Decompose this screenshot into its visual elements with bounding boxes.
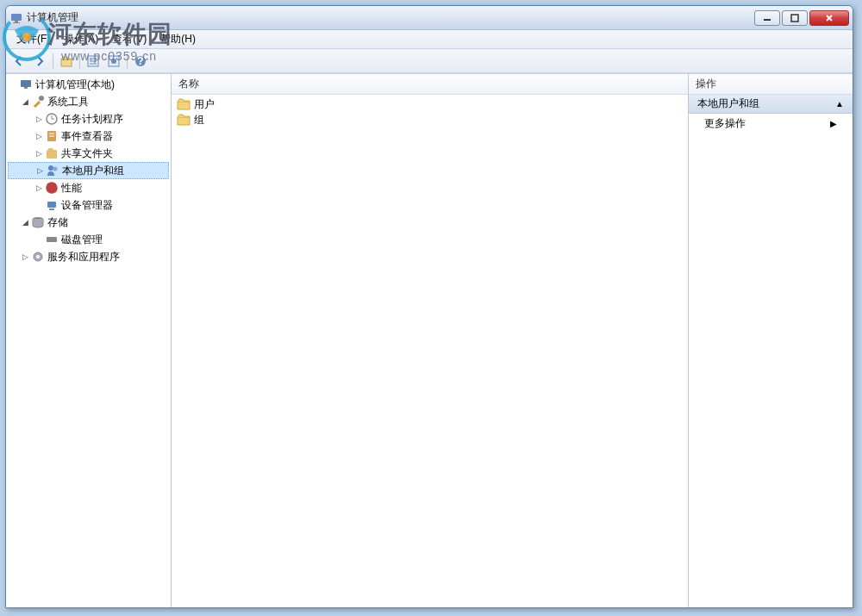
list-item-label: 组 (194, 113, 204, 128)
tree-label: 事件查看器 (61, 129, 113, 144)
storage-icon (31, 215, 45, 229)
up-button[interactable] (57, 52, 76, 71)
tree-label: 磁盘管理 (61, 233, 103, 247)
device-icon (45, 198, 59, 212)
tree-toggle-icon[interactable]: ▷ (34, 114, 44, 124)
titlebar[interactable]: 计算机管理 (6, 6, 853, 30)
toolbar-separator (53, 53, 53, 69)
svg-rect-31 (49, 208, 54, 210)
tree-toggle-icon[interactable]: ▷ (34, 148, 44, 159)
users-icon (46, 164, 59, 177)
back-button[interactable] (9, 52, 28, 71)
window-title: 计算机管理 (27, 10, 754, 25)
tree-system-tools[interactable]: ◢ 系统工具 (8, 93, 169, 110)
disk-icon (45, 233, 59, 246)
tree-toggle-icon[interactable]: ▷ (34, 165, 45, 176)
tree-services-apps[interactable]: ▷ 服务和应用程序 (8, 248, 169, 265)
svg-point-26 (48, 165, 53, 171)
tree-label: 设备管理器 (61, 198, 113, 213)
performance-icon (45, 181, 59, 195)
tree-label: 系统工具 (47, 95, 89, 109)
list-item-label: 用户 (194, 97, 215, 112)
menu-view[interactable]: 查看(V) (105, 30, 153, 48)
window-controls (754, 10, 849, 26)
svg-rect-7 (61, 59, 72, 66)
tree-toggle-icon[interactable]: ▷ (34, 131, 44, 141)
toolbar-separator (79, 53, 80, 69)
tree-device-manager[interactable]: ▷ 设备管理器 (8, 196, 169, 214)
tree-label: 性能 (61, 181, 82, 196)
svg-rect-16 (21, 80, 31, 87)
tree-label: 本地用户和组 (62, 164, 124, 178)
svg-rect-2 (13, 22, 20, 23)
svg-point-36 (36, 255, 40, 258)
maximize-button[interactable] (782, 10, 808, 26)
tree-label: 服务和应用程序 (47, 250, 120, 264)
close-button[interactable] (809, 10, 849, 26)
folder-icon (177, 114, 191, 126)
svg-point-27 (53, 167, 58, 171)
menu-help[interactable]: 帮助(H) (153, 30, 203, 48)
menu-action[interactable]: 操作(A) (57, 30, 105, 48)
tree-toggle-icon[interactable]: ◢ (20, 96, 30, 107)
toolbar: ? (6, 49, 853, 73)
svg-rect-4 (791, 15, 798, 22)
action-header: 操作 (689, 74, 853, 95)
tree-toggle-icon[interactable]: ▷ (20, 252, 30, 262)
computer-icon (19, 78, 33, 91)
action-panel: 操作 本地用户和组 ▲ 更多操作 ▶ (689, 74, 853, 607)
minimize-button[interactable] (754, 10, 780, 26)
tree-toggle-icon[interactable]: ◢ (20, 217, 30, 227)
help-button[interactable]: ? (131, 52, 150, 71)
list-item-users[interactable]: 用户 (173, 96, 686, 112)
share-icon (45, 146, 59, 160)
action-more[interactable]: 更多操作 ▶ (689, 114, 853, 133)
clock-icon (45, 112, 59, 126)
svg-rect-25 (47, 151, 57, 159)
services-icon (31, 250, 45, 264)
tree-panel[interactable]: ▷ 计算机管理(本地) ◢ 系统工具 ▷ 任务计划程序 ▷ 事件查看器 ▷ (6, 74, 172, 607)
tree-label: 共享文件夹 (61, 146, 113, 161)
action-section-label: 本地用户和组 (697, 96, 759, 111)
main-list[interactable]: 用户 组 (172, 95, 688, 607)
main-panel: 名称 用户 组 (172, 74, 689, 607)
svg-rect-30 (47, 202, 56, 208)
forward-button[interactable] (30, 52, 49, 71)
list-header[interactable]: 名称 (172, 74, 688, 95)
tree-root[interactable]: ▷ 计算机管理(本地) (8, 76, 169, 93)
properties-button[interactable] (84, 52, 103, 71)
tree-task-scheduler[interactable]: ▷ 任务计划程序 (8, 110, 169, 128)
svg-text:?: ? (137, 55, 143, 67)
menubar: 文件(F) 操作(A) 查看(V) 帮助(H) (6, 30, 853, 49)
tree-label: 存储 (47, 215, 68, 230)
chevron-right-icon: ▶ (830, 119, 837, 128)
column-name[interactable]: 名称 (178, 77, 199, 91)
svg-point-18 (39, 96, 44, 101)
tree-performance[interactable]: ▷ 性能 (8, 179, 169, 196)
refresh-button[interactable] (104, 52, 123, 71)
tree-disk-management[interactable]: ▷ 磁盘管理 (8, 231, 169, 248)
svg-rect-1 (15, 21, 18, 22)
app-icon (9, 11, 23, 25)
folder-icon (177, 98, 191, 110)
toolbar-separator (127, 53, 128, 69)
app-window: 计算机管理 文件(F) 操作(A) 查看(V) 帮助(H) ? ▷ 计算机管理(… (5, 5, 853, 608)
svg-point-34 (54, 239, 56, 240)
svg-rect-17 (24, 87, 28, 89)
tools-icon (31, 95, 45, 109)
tree-label: 计算机管理(本地) (35, 78, 115, 92)
collapse-icon: ▲ (835, 99, 844, 109)
menu-file[interactable]: 文件(F) (9, 30, 57, 48)
tree-storage[interactable]: ◢ 存储 (8, 214, 169, 231)
tree-event-viewer[interactable]: ▷ 事件查看器 (8, 128, 169, 145)
tree-local-users-groups[interactable]: ▷ 本地用户和组 (8, 162, 169, 179)
action-section[interactable]: 本地用户和组 ▲ (689, 95, 853, 114)
tree-toggle-icon[interactable]: ▷ (34, 183, 44, 193)
content-area: ▷ 计算机管理(本地) ◢ 系统工具 ▷ 任务计划程序 ▷ 事件查看器 ▷ (6, 73, 853, 607)
tree-label: 任务计划程序 (61, 112, 123, 127)
list-item-groups[interactable]: 组 (173, 112, 686, 128)
action-item-label: 更多操作 (704, 116, 746, 131)
svg-point-13 (111, 59, 116, 64)
tree-shared-folders[interactable]: ▷ 共享文件夹 (8, 145, 169, 162)
svg-rect-0 (11, 14, 22, 21)
